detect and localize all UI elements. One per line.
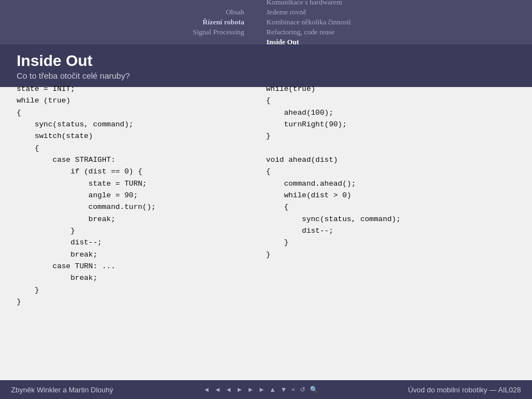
main-content: state = INIT; while (true) { sync(status… [0,72,532,380]
code-block-right: while(true) { ahead(100); turnRight(90);… [266,83,515,375]
nav-search-icon[interactable]: 🔍 [309,386,319,394]
nav-next-icon[interactable]: ► [235,386,244,394]
nav-last-icon[interactable]: ► [257,386,266,394]
header-left-nav: Obsah Řízení robota Signal Processing [0,0,255,44]
nav-kombinace[interactable]: Kombinace několika činností [267,18,532,27]
course-name: Úvod do mobilní robotiky — AIL028 [408,386,521,394]
nav-up-icon[interactable]: ▲ [268,386,277,394]
header-bar: Obsah Řízení robota Signal Processing Ko… [0,0,532,44]
code-block-left: state = INIT; while (true) { sync(status… [17,83,266,375]
nav-menu-icon[interactable]: ≡ [290,386,296,394]
nav-prev-section-icon[interactable]: ◄ [213,386,222,394]
nav-refactoring[interactable]: Refactoring, code reuse [267,28,532,37]
slide-title: Inside Out [17,52,515,70]
nav-down-icon[interactable]: ▼ [279,386,288,394]
nav-rizeni-robota[interactable]: Řízení robota [203,18,244,27]
nav-next-section-icon[interactable]: ► [246,386,255,394]
slide-navigation[interactable]: ◄ ◄ ◄ ► ► ► ▲ ▼ ≡ ↺ 🔍 [202,386,319,394]
nav-inside-out[interactable]: Inside Out [267,38,532,47]
header-right-nav: Komunikace s hardwarem Jedeme rovně Komb… [255,0,532,44]
bottom-bar: Zbyněk Winkler a Martin Dlouhý ◄ ◄ ◄ ► ►… [0,380,532,399]
nav-signal-processing[interactable]: Signal Processing [193,28,244,37]
nav-jedeme-rovne[interactable]: Jedeme rovně [267,8,532,17]
nav-obsah[interactable]: Obsah [226,8,244,17]
author-name: Zbyněk Winkler a Martin Dlouhý [11,386,113,394]
nav-prev-icon[interactable]: ◄ [224,386,233,394]
nav-refresh-icon[interactable]: ↺ [299,386,306,394]
nav-first-icon[interactable]: ◄ [202,386,211,394]
nav-komunikace[interactable]: Komunikace s hardwarem [267,0,532,7]
